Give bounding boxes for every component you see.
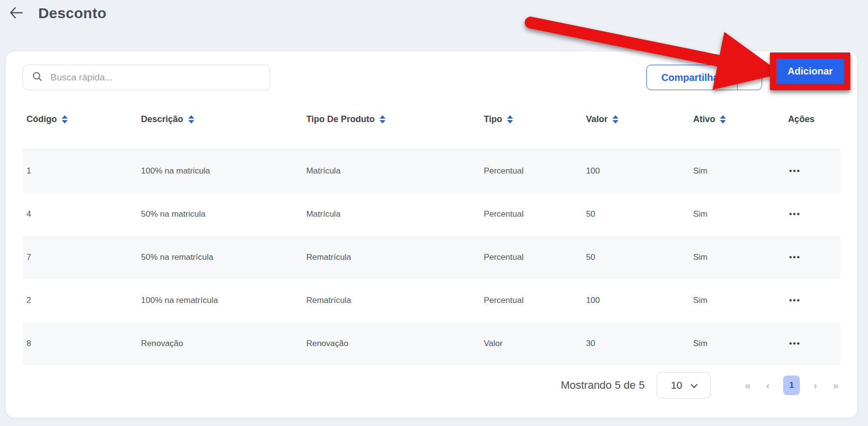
cell-codigo: 7 bbox=[23, 236, 137, 279]
search-icon bbox=[32, 71, 43, 84]
sort-icon bbox=[188, 115, 194, 124]
column-header-valor: Valor bbox=[582, 100, 689, 150]
search-input[interactable] bbox=[51, 72, 261, 83]
column-header-descricao: Descrição bbox=[137, 100, 303, 150]
row-actions-button[interactable]: ••• bbox=[788, 164, 802, 178]
cell-ativo: Sim bbox=[689, 236, 784, 279]
cell-tipo-produto: Renovação bbox=[302, 322, 480, 365]
page-size-value: 10 bbox=[671, 379, 682, 391]
share-dropdown-toggle[interactable] bbox=[737, 65, 762, 90]
cell-tipo: Percentual bbox=[480, 279, 582, 322]
chevron-down-icon bbox=[691, 381, 698, 388]
cell-valor: 50 bbox=[582, 236, 689, 279]
sort-tipo[interactable]: Tipo bbox=[484, 114, 513, 125]
cell-tipo-produto: Rematrícula bbox=[302, 236, 480, 279]
row-actions-button[interactable]: ••• bbox=[788, 294, 802, 307]
first-page-button[interactable]: « bbox=[743, 378, 753, 392]
cell-ativo: Sim bbox=[689, 150, 784, 193]
cell-valor: 30 bbox=[582, 322, 689, 365]
table-row: 1 100% na matricula Matrícula Percentual… bbox=[23, 150, 841, 193]
cell-ativo: Sim bbox=[689, 322, 784, 365]
cell-tipo-produto: Matrícula bbox=[302, 193, 480, 236]
next-page-button[interactable]: › bbox=[812, 378, 819, 392]
cell-descricao: 50% na rematrícula bbox=[137, 236, 303, 279]
page-1-button[interactable]: 1 bbox=[783, 376, 800, 395]
share-split-button[interactable]: Compartilhar bbox=[646, 65, 762, 90]
desconto-page: Desconto Compartilhar bbox=[0, 0, 868, 426]
cell-codigo: 2 bbox=[23, 279, 137, 322]
page-header: Desconto bbox=[9, 5, 106, 22]
row-actions-button[interactable]: ••• bbox=[788, 251, 802, 264]
cell-tipo-produto: Matrícula bbox=[302, 150, 480, 193]
table-row: 4 50% na matricula Matrícula Percentual … bbox=[23, 193, 841, 236]
table-row: 2 100% na rematrícula Rematrícula Percen… bbox=[23, 279, 841, 322]
table-row: 8 Renovação Renovação Valor 30 Sim ••• bbox=[23, 322, 841, 365]
page-title: Desconto bbox=[38, 5, 106, 22]
cell-descricao: Renovação bbox=[137, 322, 303, 365]
table-row: 7 50% na rematrícula Rematrícula Percent… bbox=[23, 236, 841, 279]
row-actions-button[interactable]: ••• bbox=[788, 207, 802, 221]
cell-codigo: 4 bbox=[23, 193, 137, 236]
column-header-tipo: Tipo bbox=[480, 100, 582, 150]
cell-codigo: 8 bbox=[23, 322, 137, 365]
last-page-button[interactable]: » bbox=[831, 378, 841, 392]
sort-icon bbox=[613, 115, 618, 124]
back-button[interactable] bbox=[9, 6, 24, 21]
cell-tipo-produto: Rematrícula bbox=[302, 279, 480, 322]
cell-ativo: Sim bbox=[689, 279, 784, 322]
chevron-down-icon bbox=[747, 73, 755, 80]
showing-count-text: Mostrando 5 de 5 bbox=[561, 379, 644, 392]
desconto-table: Código Descrição Tipo De Produto bbox=[23, 100, 841, 365]
add-button[interactable]: Adicionar bbox=[776, 59, 844, 84]
sort-tipo-de-produto[interactable]: Tipo De Produto bbox=[306, 114, 385, 125]
prev-page-button[interactable]: ‹ bbox=[764, 378, 771, 392]
column-header-acoes: Ações bbox=[784, 100, 841, 150]
desconto-card: Compartilhar Código bbox=[6, 51, 857, 418]
cell-descricao: 100% na rematrícula bbox=[137, 279, 303, 322]
page-size-select[interactable]: 10 bbox=[657, 372, 711, 399]
table-header-row: Código Descrição Tipo De Produto bbox=[23, 100, 841, 150]
sort-icon bbox=[62, 115, 68, 124]
sort-icon bbox=[507, 115, 513, 124]
quick-search[interactable] bbox=[23, 65, 270, 90]
annotation-highlight-box: Adicionar bbox=[770, 52, 850, 90]
cell-tipo: Percentual bbox=[480, 150, 582, 193]
share-button-label[interactable]: Compartilhar bbox=[647, 65, 737, 90]
sort-valor[interactable]: Valor bbox=[586, 114, 618, 125]
cell-tipo: Percentual bbox=[480, 193, 582, 236]
column-header-acoes-label: Ações bbox=[788, 114, 815, 125]
cell-codigo: 1 bbox=[23, 150, 137, 193]
sort-descricao[interactable]: Descrição bbox=[141, 114, 194, 125]
cell-valor: 100 bbox=[582, 279, 689, 322]
sort-ativo[interactable]: Ativo bbox=[693, 114, 726, 125]
column-header-ativo: Ativo bbox=[689, 100, 784, 150]
table-footer: Mostrando 5 de 5 10 « ‹ 1 › » bbox=[23, 372, 841, 399]
pager: « ‹ 1 › » bbox=[743, 376, 841, 395]
cell-valor: 50 bbox=[582, 193, 689, 236]
toolbar: Compartilhar bbox=[23, 64, 841, 91]
sort-icon bbox=[380, 115, 385, 124]
sort-codigo[interactable]: Código bbox=[26, 114, 68, 125]
column-header-codigo: Código bbox=[23, 100, 137, 150]
cell-valor: 100 bbox=[582, 150, 689, 193]
sort-icon bbox=[720, 115, 726, 124]
cell-descricao: 50% na matricula bbox=[137, 193, 303, 236]
cell-descricao: 100% na matricula bbox=[137, 150, 303, 193]
cell-tipo: Valor bbox=[480, 322, 582, 365]
row-actions-button[interactable]: ••• bbox=[788, 337, 802, 351]
arrow-left-icon bbox=[9, 6, 24, 21]
cell-tipo: Percentual bbox=[480, 236, 582, 279]
cell-ativo: Sim bbox=[689, 193, 784, 236]
column-header-tipo-de-produto: Tipo De Produto bbox=[302, 100, 480, 150]
